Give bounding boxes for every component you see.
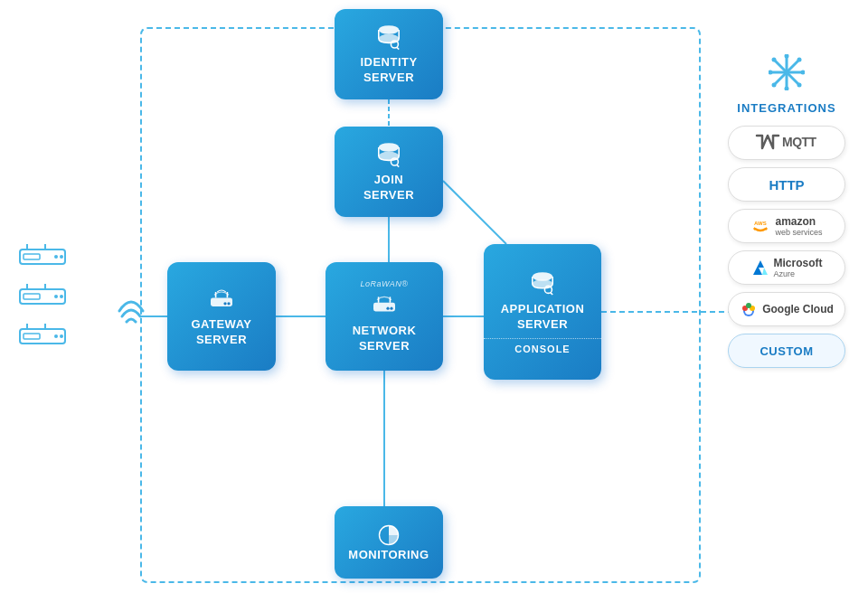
gateway-device-3 [18,324,68,354]
svg-point-19 [60,295,63,298]
svg-line-48 [551,293,552,295]
gateway-devices [18,244,68,354]
http-badge[interactable]: HTTP [728,167,845,202]
svg-point-39 [223,302,226,305]
gcloud-badge[interactable]: Google Cloud [728,292,845,326]
gateway-server-block: GATEWAY SERVER [167,262,276,371]
svg-rect-35 [211,298,232,307]
network-server-label: NETWORK SERVER [353,324,417,354]
gateway-device-1 [18,244,68,275]
azure-icon [751,259,769,277]
aws-badge[interactable]: AWS amazon web services [728,209,845,243]
network-server-block: LoRaWAN® NETWORK SERVER [326,262,443,371]
router-icon-1 [18,244,68,275]
identity-server-label: IDENTITY SERVER [360,55,417,86]
svg-marker-64 [766,227,768,231]
diagram-container: IDENTITY SERVER JOIN SERVER [0,0,868,612]
svg-rect-20 [24,294,40,299]
gcloud-icon [740,300,758,318]
svg-point-72 [746,303,751,308]
svg-point-56 [769,71,773,75]
svg-marker-63 [753,227,755,231]
monitoring-label: MONITORING [348,548,429,563]
database-key-icon [374,23,403,52]
mqtt-badge[interactable]: MQTT [728,126,845,160]
application-server-label: APPLICATION SERVER [501,302,585,333]
svg-point-18 [54,295,58,298]
mqtt-label: MQTT [755,132,818,155]
svg-point-55 [785,87,789,91]
svg-text:MQTT: MQTT [782,135,817,149]
svg-line-34 [397,165,399,166]
lorawan-label: LoRaWAN® [361,279,409,288]
integrations-panel: INTEGRATIONS MQTT HTTP AWS [723,54,850,368]
azure-text: Microsoft [774,257,823,269]
aws-logo: AWS amazon web services [750,215,822,237]
integrations-icon [769,54,805,94]
monitoring-block: MONITORING [335,506,443,579]
svg-point-38 [227,302,230,305]
gcloud-logo: Google Cloud [740,300,834,318]
console-label: CONSOLE [484,338,601,354]
svg-point-61 [772,83,777,88]
application-server-block: APPLICATION SERVER CONSOLE [484,244,601,380]
gateway-server-label: GATEWAY SERVER [191,317,251,348]
svg-rect-11 [20,250,65,264]
gcloud-text: Google Cloud [762,303,834,315]
svg-point-59 [797,83,802,88]
azure-subtext: Azure [774,269,823,278]
network-server-icon [370,291,399,320]
svg-rect-40 [373,302,395,311]
join-server-label: JOIN SERVER [363,173,414,203]
router-icon-2 [18,284,68,315]
aws-icon: AWS [750,216,770,236]
gateway-device-2 [18,284,68,315]
svg-marker-66 [753,260,764,275]
svg-point-60 [797,58,802,62]
http-label: HTTP [769,177,804,193]
svg-point-13 [60,255,63,259]
integrations-title: INTEGRATIONS [737,101,835,115]
svg-point-12 [54,255,58,259]
custom-label: CUSTOM [760,344,813,358]
aws-text: amazon [775,215,822,228]
monitoring-icon [376,523,401,548]
svg-rect-14 [24,254,40,259]
svg-point-43 [390,306,392,309]
azure-badge[interactable]: Microsoft Azure [728,250,845,285]
svg-point-58 [772,58,777,62]
aws-subtext: web services [775,228,822,237]
wifi-signal [118,287,145,330]
svg-point-57 [801,71,806,75]
svg-point-44 [386,306,389,309]
svg-point-25 [60,334,63,338]
svg-line-30 [397,47,399,49]
azure-logo: Microsoft Azure [751,257,823,278]
svg-point-27 [379,25,399,34]
application-server-icon [528,269,557,298]
join-server-icon [374,140,403,169]
svg-point-31 [379,143,399,152]
svg-rect-17 [20,289,65,304]
gateway-server-icon [207,285,236,314]
svg-point-54 [785,54,789,59]
svg-text:AWS: AWS [754,221,767,226]
router-icon-3 [18,324,68,354]
svg-rect-23 [20,329,65,344]
svg-marker-67 [762,268,768,275]
svg-point-24 [54,334,58,338]
svg-rect-26 [24,334,40,339]
identity-server-block: IDENTITY SERVER [335,9,443,99]
custom-badge[interactable]: CUSTOM [728,334,845,368]
join-server-block: JOIN SERVER [335,127,443,217]
